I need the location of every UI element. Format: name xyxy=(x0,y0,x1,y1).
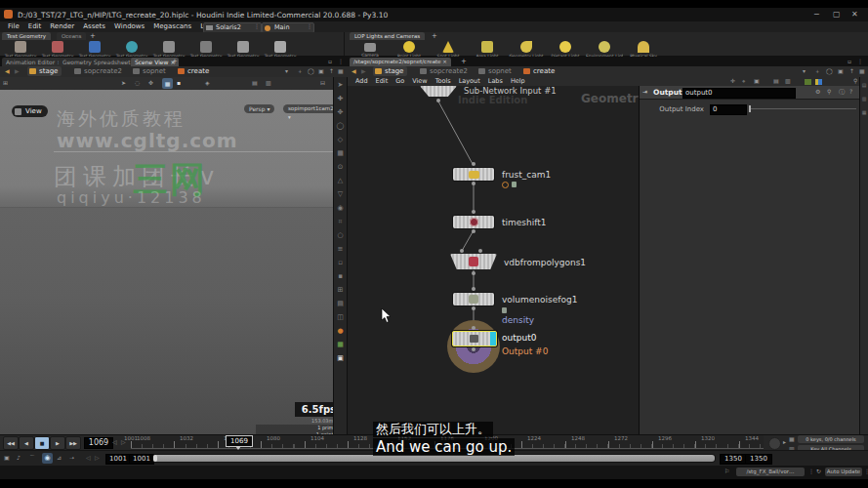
pane-maximize-icon[interactable]: ▫ xyxy=(328,59,332,64)
keyframe-options-icon[interactable]: ▦ xyxy=(789,436,795,442)
up-icon[interactable]: ↑ xyxy=(329,68,334,74)
tab-network-path[interactable]: /stage/sopcreate2/sopnet/create × xyxy=(350,58,451,66)
range-right-icon[interactable]: ▷ xyxy=(95,455,100,461)
rotate-icon[interactable]: ◯ xyxy=(335,121,346,132)
crumb-stage[interactable]: stage xyxy=(27,66,62,76)
realtime-playback-icon[interactable]: ◉ xyxy=(42,453,53,464)
flipbook-icon[interactable]: ▣ xyxy=(4,455,10,461)
pointer-mode-icon[interactable]: ✛ xyxy=(730,78,735,84)
message-log-icon[interactable]: ⚐ xyxy=(724,468,729,474)
param-node-name[interactable]: output0 xyxy=(682,88,796,99)
snap-prim-icon[interactable]: ▽ xyxy=(335,189,346,200)
camera-menu[interactable]: sopimport1cam2 ▾ xyxy=(283,104,339,113)
crumb-sopnet[interactable]: sopnet xyxy=(476,66,516,76)
color-palette-icon[interactable] xyxy=(805,79,811,85)
pin-icon[interactable]: ↑ xyxy=(849,68,854,74)
shape-palette-icon[interactable] xyxy=(815,79,822,85)
render-region-icon[interactable]: ● xyxy=(335,326,346,337)
node-timeshift1[interactable] xyxy=(453,216,494,228)
realtime-toggle-icon[interactable] xyxy=(768,437,781,450)
hand-tool-icon[interactable]: ✚ xyxy=(335,94,346,104)
range-slider-handle[interactable] xyxy=(153,455,157,462)
shading-icon[interactable]: ◉ xyxy=(335,203,346,214)
node-output0[interactable] xyxy=(452,331,497,346)
construction-plane-icon[interactable]: ▤ xyxy=(252,80,258,86)
organize-icon[interactable]: ▥ xyxy=(785,78,791,84)
snap-icon[interactable]: ◈ xyxy=(205,80,210,86)
menu-assets[interactable]: Assets xyxy=(83,21,105,32)
snap-grid-icon[interactable]: ▦ xyxy=(335,148,346,159)
help-icon[interactable]: ? xyxy=(849,89,852,95)
loop-mode-icon[interactable]: ⊿ xyxy=(57,455,62,461)
snapshot-icon[interactable]: ▣ xyxy=(838,68,844,74)
select-arrow-icon[interactable]: ➤ xyxy=(121,80,126,86)
display-options-icon[interactable]: ≡ xyxy=(335,244,346,255)
move-tool-icon[interactable]: ✥ xyxy=(148,80,153,86)
crumb-sopcreate2[interactable]: sopcreate2 xyxy=(418,66,472,76)
add-pane-tab-icon-right[interactable]: + xyxy=(461,59,467,65)
layers-icon[interactable]: ▥ xyxy=(860,94,868,104)
node-volumenoisefog1[interactable] xyxy=(453,293,494,305)
current-frame-field[interactable]: 1069 xyxy=(84,437,113,449)
layout-nodes-icon[interactable]: ▤ xyxy=(773,78,779,84)
normals-icon[interactable]: ▫ xyxy=(335,258,346,268)
menu-megascans[interactable]: Megascans xyxy=(153,21,191,32)
select-ancestors-icon[interactable]: ⌖ xyxy=(742,78,745,84)
box-select-icon[interactable]: ▦ xyxy=(162,78,173,89)
stop-button[interactable]: ■ xyxy=(34,436,50,450)
grid-icon[interactable]: ▦ xyxy=(859,68,865,74)
group-list-icon[interactable]: ▤ xyxy=(335,299,346,309)
crumb-stage[interactable]: stage xyxy=(373,66,407,76)
pane-menu-icon[interactable]: ⋮ xyxy=(338,59,344,64)
play-button[interactable]: ▶ xyxy=(50,436,65,450)
dopnet-icon[interactable]: ⌒ xyxy=(29,455,35,461)
snap-edge-icon[interactable]: △ xyxy=(335,176,346,186)
shelf-tab-oceans[interactable]: Oceans xyxy=(57,32,86,40)
menu-render[interactable]: Render xyxy=(50,21,74,32)
add-pane-tab-icon[interactable]: + xyxy=(172,59,178,65)
shelf-add-tab-icon-right[interactable]: + xyxy=(432,33,437,40)
main-menu-icon[interactable]: ⋮ xyxy=(307,23,312,29)
find-node-icon[interactable]: ⚲ xyxy=(853,78,857,84)
panel-icon[interactable]: ▦ xyxy=(860,107,868,118)
pane-maximize-icon-right[interactable]: ▫ xyxy=(847,59,851,64)
cook-mode-selector[interactable]: Auto Update xyxy=(825,468,862,476)
playback-menu-icon[interactable]: ▸ xyxy=(783,439,786,445)
forward-icon[interactable]: ▶ xyxy=(15,68,20,74)
visualizer-icon[interactable]: ◫ xyxy=(335,312,346,323)
pane-split-icon[interactable]: ⊞ xyxy=(3,80,8,86)
step-size-icon[interactable]: ➝ xyxy=(69,455,74,461)
step-back-button[interactable]: ◀ xyxy=(19,436,34,450)
tree-view-icon[interactable]: ▤ xyxy=(860,80,868,91)
path-dropdown-icon[interactable]: ▾ xyxy=(803,68,806,74)
search-icon[interactable]: ⚲ xyxy=(827,89,831,95)
close-tab-icon[interactable]: × xyxy=(442,59,447,64)
layout-icon[interactable]: ⊟ xyxy=(320,80,325,86)
snap-point-icon[interactable]: ⊙ xyxy=(335,162,346,173)
global-start-field[interactable]: 1001 xyxy=(105,454,131,465)
tab-animation-editor[interactable]: Animation Editor × xyxy=(2,58,65,66)
output-index-field[interactable]: 0 xyxy=(710,104,747,115)
range-slider-bar[interactable] xyxy=(153,455,715,462)
sync-icon[interactable]: ◯ xyxy=(308,68,314,74)
network-canvas[interactable]: Geometry Indie Edition Sub-Network Input… xyxy=(348,86,640,434)
cook-options-icon[interactable]: ⋮ xyxy=(864,468,868,474)
view-menu-button[interactable]: View xyxy=(12,105,48,117)
shelf-tab-lop-lights[interactable]: LOP Lights and Cameras xyxy=(350,32,425,40)
camera-lock-icon[interactable]: ▥ xyxy=(266,80,271,86)
path-options-icon[interactable]: ⋮ xyxy=(808,468,814,474)
jump-to-start-button[interactable]: ◀◀ xyxy=(3,436,19,450)
grid-icon[interactable]: ▦ xyxy=(338,68,344,74)
back-icon[interactable]: ◀ xyxy=(351,68,356,74)
back-icon[interactable]: ◀ xyxy=(5,68,10,74)
prev-key-icon[interactable]: ◁ xyxy=(112,439,117,445)
add-icon[interactable]: ＋ xyxy=(297,68,303,74)
range-end-field[interactable]: 1350 xyxy=(720,454,747,465)
display-flag[interactable] xyxy=(490,332,496,346)
select-mode-icon[interactable]: ➤ xyxy=(335,80,346,91)
menu-edit[interactable]: Edit xyxy=(28,21,42,32)
crumb-sopcreate2[interactable]: sopcreate2 xyxy=(72,66,126,76)
forward-icon[interactable]: ▶ xyxy=(361,68,366,74)
sync-icon[interactable]: ◯ xyxy=(826,68,833,74)
output-index-slider[interactable] xyxy=(749,108,856,109)
